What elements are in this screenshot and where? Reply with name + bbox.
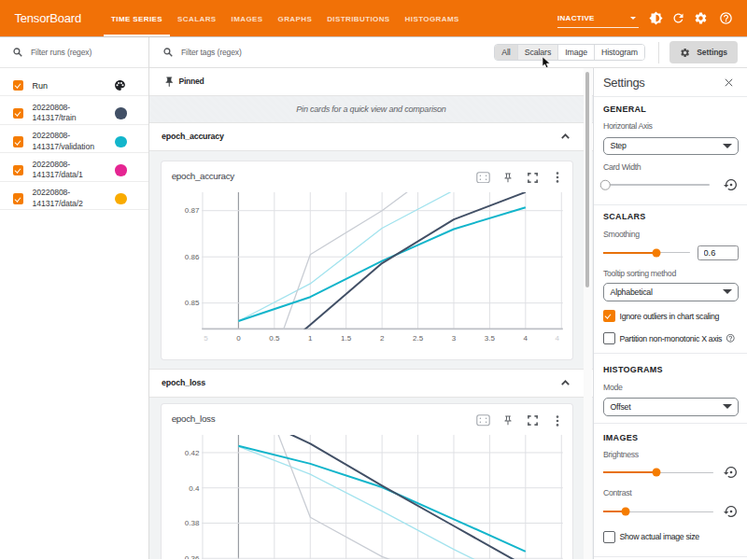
card-more-button[interactable]: [550, 413, 565, 428]
settings-button[interactable]: Settings: [669, 41, 738, 63]
run-row: 20220808-141317/data/1: [0, 153, 148, 182]
tab-graphs[interactable]: GRAPHS: [271, 1, 320, 36]
app-body: Filter runs (regex) Run 20220808-141317/…: [0, 37, 747, 559]
section-title: epoch_loss: [162, 378, 205, 387]
settings-general-heading: GENERAL: [603, 105, 739, 115]
tooltip-sorting-label: Tooltip sorting method: [603, 269, 739, 279]
run-checkbox[interactable]: [13, 193, 24, 204]
cards-area: Pinned Pin cards for a quick view and co…: [149, 68, 593, 559]
tags-filter[interactable]: Filter tags (regex): [149, 47, 494, 58]
fullscreen-icon: [528, 173, 538, 183]
show-actual-size-checkbox[interactable]: [603, 531, 615, 543]
pin-card-button[interactable]: [500, 170, 515, 185]
horizontal-axis-select[interactable]: Step: [603, 137, 739, 156]
svg-text:4: 4: [524, 334, 529, 343]
pinned-label: Pinned: [179, 77, 204, 86]
help-icon: [726, 333, 736, 343]
section-header-epoch_loss[interactable]: epoch_loss: [149, 369, 593, 398]
svg-text:2.5: 2.5: [413, 334, 424, 343]
svg-text:0.42: 0.42: [185, 449, 200, 457]
search-icon: [12, 47, 23, 58]
ignore-outliers-label: Ignore outliers in chart scaling: [620, 312, 720, 321]
contrast-reset-button[interactable]: [724, 504, 739, 519]
chip-all[interactable]: All: [495, 45, 517, 60]
pin-outline-icon: [502, 414, 514, 427]
top-app-bar: TensorBoard TIME SERIESSCALARSIMAGESGRAP…: [0, 0, 747, 37]
tab-images[interactable]: IMAGES: [224, 1, 271, 36]
ignore-outliers-row: Ignore outliers in chart scaling: [603, 310, 739, 322]
run-color-palette-button[interactable]: [114, 79, 126, 91]
svg-text:0.87: 0.87: [185, 206, 200, 215]
run-color-dot[interactable]: [115, 107, 127, 119]
runs-filter-placeholder: Filter runs (regex): [31, 48, 92, 57]
card-title: epoch_accuracy: [172, 171, 234, 181]
contrast-row: [603, 507, 739, 517]
chevron-down-icon: [723, 289, 732, 294]
card-width-reset-button[interactable]: [724, 177, 739, 192]
partition-x-axis-label: Partition non-monotonic X axis: [620, 334, 723, 343]
chip-histogram[interactable]: Histogram: [595, 45, 644, 60]
main-scrollbar[interactable]: [585, 72, 589, 287]
ignore-outliers-checkbox[interactable]: [603, 310, 615, 322]
reload-status-select[interactable]: INACTIVE: [557, 9, 639, 28]
refresh-button[interactable]: [667, 7, 689, 30]
tooltip-sorting-select[interactable]: Alphabetical: [603, 283, 739, 301]
partition-x-axis-checkbox[interactable]: [603, 332, 615, 344]
run-name: 20220808-141317/validation: [33, 131, 111, 152]
pin-card-button[interactable]: [500, 413, 515, 428]
fullscreen-icon: [528, 415, 538, 426]
smoothing-input[interactable]: [698, 245, 740, 260]
run-color-dot[interactable]: [115, 193, 127, 205]
chip-image[interactable]: Image: [558, 45, 595, 60]
runs-column-header: Run: [33, 81, 115, 91]
app-logo: TensorBoard: [15, 11, 82, 25]
histogram-mode-select[interactable]: Offset: [603, 398, 739, 416]
fit-to-data-button[interactable]: [475, 413, 490, 428]
tooltip-sorting-value: Alphabetical: [611, 287, 653, 297]
card-more-button[interactable]: [550, 170, 565, 185]
brightness-slider[interactable]: [603, 472, 713, 474]
content-row: Pinned Pin cards for a quick view and co…: [149, 68, 747, 559]
tab-distributions[interactable]: DISTRIBUTIONS: [319, 1, 397, 36]
smoothing-slider[interactable]: [603, 252, 690, 254]
scalar-card-epoch_loss: 00.511.522.533.540.420.40.380.36epoch_lo…: [162, 404, 572, 559]
fit-to-data-button[interactable]: [475, 170, 490, 185]
fullscreen-button[interactable]: [525, 413, 540, 428]
card-width-slider[interactable]: [603, 184, 710, 186]
svg-text:0.85: 0.85: [185, 299, 200, 307]
close-settings-button[interactable]: [724, 77, 734, 88]
contrast-slider[interactable]: [603, 511, 713, 513]
run-checkbox[interactable]: [13, 165, 24, 176]
tab-scalars[interactable]: SCALARS: [170, 1, 223, 36]
chevron-up-icon: [561, 133, 570, 139]
card-toolbar: [475, 413, 565, 428]
brightness-row: [603, 468, 739, 478]
smoothing-label: Smoothing: [603, 230, 739, 240]
run-checkbox[interactable]: [13, 136, 24, 147]
horizontal-axis-value: Step: [611, 141, 627, 150]
run-color-dot[interactable]: [115, 136, 127, 148]
pin-notice-text: Pin cards for a quick view and compariso…: [296, 105, 445, 114]
dashboard-region: Filter tags (regex) AllScalarsImageHisto…: [149, 37, 747, 559]
section-header-epoch_accuracy[interactable]: epoch_accuracy: [149, 122, 593, 151]
run-color-dot[interactable]: [115, 164, 127, 176]
svg-text:0.38: 0.38: [185, 519, 200, 527]
fullscreen-button[interactable]: [525, 170, 540, 185]
brightness-reset-button[interactable]: [724, 465, 739, 480]
toolbar-divider: [658, 42, 659, 63]
settings-gear-button[interactable]: [689, 7, 712, 30]
search-icon: [162, 47, 174, 58]
tab-histograms[interactable]: HISTOGRAMS: [398, 1, 467, 36]
runs-sidebar: Filter runs (regex) Run 20220808-141317/…: [0, 37, 149, 559]
run-name: 20220808-141317/data/2: [33, 188, 111, 209]
runs-filter[interactable]: Filter runs (regex): [0, 37, 148, 68]
svg-text:1.5: 1.5: [341, 334, 352, 343]
dark-mode-toggle-button[interactable]: [644, 7, 667, 30]
tab-time-series[interactable]: TIME SERIES: [104, 1, 170, 36]
chip-scalars[interactable]: Scalars: [518, 45, 558, 60]
select-all-runs-checkbox[interactable]: [13, 80, 24, 91]
run-checkbox[interactable]: [13, 108, 24, 119]
help-button[interactable]: [714, 7, 737, 30]
run-name: 20220808-141317/data/1: [33, 160, 111, 181]
topbar-actions: INACTIVE: [557, 0, 747, 36]
